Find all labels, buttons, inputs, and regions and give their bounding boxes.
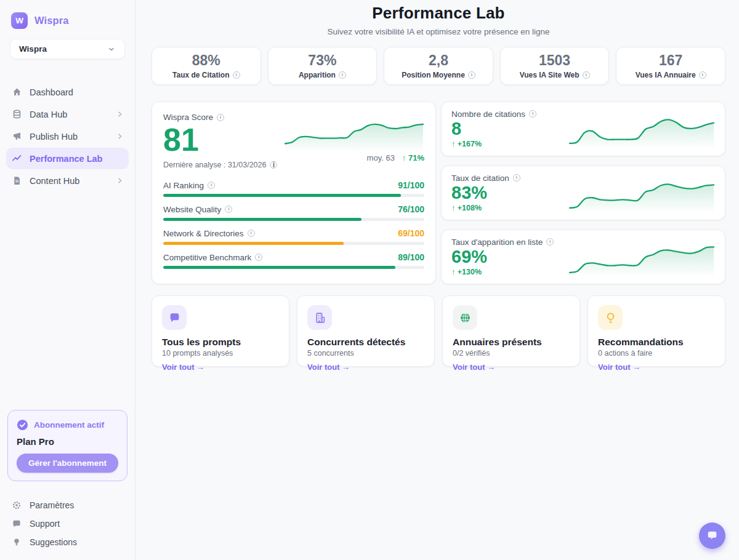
info-icon[interactable]	[270, 161, 277, 169]
kpi-label: Taux d'apparition en liste	[451, 238, 543, 247]
sidebar-nav: Dashboard Data Hub Publish Hub	[0, 81, 135, 191]
chevron-right-icon	[116, 110, 124, 118]
info-icon[interactable]	[546, 238, 554, 246]
card-subtitle: 0 actions à faire	[598, 349, 715, 358]
kpi-delta: ↑ +108%	[451, 204, 567, 212]
info-icon[interactable]	[339, 71, 346, 79]
kpi-card-citations: Nombre de citations 8 ↑ +167%	[441, 102, 725, 156]
subscription-box: Abonnement actif Plan Pro Gérer l'abonne…	[7, 410, 127, 481]
card-subtitle: 0/2 vérifiés	[453, 349, 570, 358]
info-icon[interactable]	[255, 254, 262, 261]
brand: W Wispra	[0, 0, 135, 39]
card-recommandations: Recommandations 0 actions à faire Voir t…	[588, 295, 725, 367]
sidebar-item-support[interactable]: Support	[6, 514, 129, 533]
metric-label: Website Quality	[163, 205, 221, 214]
score-average: moy. 63	[367, 153, 395, 162]
card-title: Annuaires présents	[453, 337, 570, 348]
stat-label: Taux de Citation	[172, 71, 229, 79]
page-title: Performance Lab	[151, 4, 725, 23]
stat-card-position-moyenne: 2,8 Position Moyenne	[384, 47, 493, 85]
sidebar: W Wispra Wispra Dashboard Data Hub	[0, 0, 135, 560]
kpi-delta: ↑ +167%	[451, 140, 567, 148]
sidebar-item-dashboard[interactable]: Dashboard	[6, 81, 129, 103]
subscription-status: Abonnement actif	[34, 420, 104, 430]
footer-item-label: Support	[30, 519, 60, 529]
chat-launcher-button[interactable]	[699, 522, 725, 549]
progress-fill	[163, 242, 344, 245]
database-icon	[11, 109, 22, 120]
sidebar-item-performance-lab[interactable]: Performance Lab	[6, 148, 129, 169]
footer-item-label: Suggestions	[30, 537, 77, 547]
info-icon[interactable]	[217, 114, 224, 121]
stat-card-taux-citation: 88% Taux de Citation	[151, 47, 261, 85]
progress-fill	[163, 266, 395, 269]
metric-row-network-directories: Network & Directories 69/100	[163, 228, 424, 245]
info-icon[interactable]	[513, 174, 520, 182]
stat-label: Vues IA Annuaire	[636, 71, 696, 79]
voir-tout-link[interactable]: Voir tout →	[162, 362, 204, 372]
progress-track	[163, 194, 424, 197]
score-metrics: AI Ranking 91/100 Website Quality 76/100	[163, 180, 424, 269]
stat-label: Position Moyenne	[402, 71, 465, 79]
kpi-delta: ↑ +130%	[451, 268, 567, 276]
stat-card-vues-annuaire: 167 Vues IA Annuaire	[616, 47, 725, 85]
sidebar-item-settings[interactable]: Paramètres	[6, 496, 129, 514]
card-annuaires-presents: Annuaires présents 0/2 vérifiés Voir tou…	[442, 295, 580, 367]
sidebar-item-data-hub[interactable]: Data Hub	[6, 103, 129, 125]
building-icon	[307, 305, 332, 330]
chat-bubble-icon	[11, 518, 22, 529]
metric-value: 89/100	[398, 252, 424, 262]
info-icon[interactable]	[225, 206, 232, 213]
lightbulb-icon	[598, 305, 623, 330]
wispra-logo: W	[11, 12, 28, 29]
info-icon[interactable]	[529, 110, 536, 118]
metric-row-ai-ranking: AI Ranking 91/100	[163, 180, 424, 197]
subscription-badge: Abonnement actif	[17, 419, 118, 431]
info-icon[interactable]	[583, 71, 590, 79]
manage-subscription-button[interactable]: Gérer l'abonnement	[17, 454, 118, 473]
chevron-down-icon	[106, 44, 117, 55]
last-analysis-date: Dernière analyse : 31/03/2026	[163, 161, 266, 169]
wispra-score-card: Wispra Score 81 Dernière analyse : 31/03…	[151, 102, 436, 284]
progress-fill	[163, 194, 401, 197]
score-delta: ↑ 71%	[402, 153, 424, 162]
prompts-chat-icon	[162, 305, 187, 330]
stat-label: Vues IA Site Web	[520, 71, 579, 79]
voir-tout-link[interactable]: Voir tout →	[453, 362, 495, 372]
sidebar-item-content-hub[interactable]: Content Hub	[6, 170, 129, 191]
voir-tout-link[interactable]: Voir tout →	[307, 362, 350, 372]
chevron-right-icon	[116, 132, 124, 140]
info-icon[interactable]	[233, 71, 240, 79]
score-value: 81	[163, 123, 277, 157]
stat-value: 73%	[308, 52, 336, 69]
app-root: W Wispra Wispra Dashboard Data Hub	[0, 0, 739, 560]
score-chart: moy. 63 ↑ 71%	[283, 113, 424, 169]
info-icon[interactable]	[699, 71, 706, 79]
page-header: Performance Lab Suivez votre visibilité …	[151, 4, 725, 36]
stat-value: 167	[659, 52, 682, 69]
kpi-card-apparition-liste: Taux d'apparition en liste 69% ↑ +130%	[441, 230, 725, 284]
info-icon[interactable]	[468, 71, 475, 79]
workspace-select[interactable]: Wispra	[10, 39, 125, 59]
progress-fill	[163, 218, 361, 221]
stat-label: Apparition	[299, 71, 336, 79]
kpi-label: Nombre de citations	[451, 110, 525, 119]
kpi-sparkline	[568, 174, 715, 212]
stat-card-apparition: 73% Apparition	[268, 47, 378, 85]
kpi-label: Taux de citation	[451, 174, 509, 183]
kpi-value: 8	[451, 119, 567, 139]
metric-value: 76/100	[398, 204, 424, 214]
kpi-column: Nombre de citations 8 ↑ +167% Taux de ci…	[441, 102, 725, 284]
info-icon[interactable]	[248, 230, 255, 237]
metric-value: 69/100	[398, 228, 424, 238]
middle-section: Wispra Score 81 Dernière analyse : 31/03…	[151, 102, 725, 284]
voir-tout-link[interactable]: Voir tout →	[598, 362, 640, 372]
metric-label: AI Ranking	[163, 181, 204, 190]
check-circle-icon	[17, 419, 28, 431]
brand-name: Wispra	[34, 15, 68, 26]
sidebar-item-publish-hub[interactable]: Publish Hub	[6, 126, 129, 147]
info-icon[interactable]	[208, 182, 215, 189]
sidebar-item-suggestions[interactable]: Suggestions	[6, 533, 129, 551]
globe-icon	[453, 305, 477, 330]
footer-item-label: Paramètres	[30, 500, 74, 510]
